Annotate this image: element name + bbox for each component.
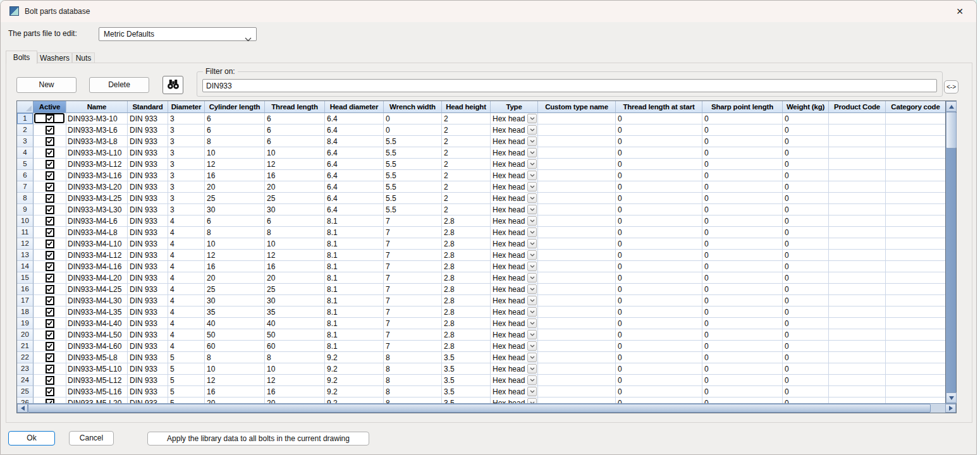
cell-head-diameter[interactable]: 9.2 bbox=[325, 363, 384, 375]
cell-head-diameter[interactable]: 8.1 bbox=[325, 295, 384, 306]
cell-cylinder-length[interactable]: 20 bbox=[205, 272, 265, 284]
cell-type[interactable]: Hex head bbox=[491, 250, 538, 261]
cell-wrench-width[interactable]: 5.5 bbox=[384, 181, 442, 193]
cell-custom-type-name[interactable] bbox=[538, 136, 616, 147]
horizontal-scrollbar-thumb[interactable] bbox=[28, 404, 931, 413]
cell-sharp-point-length[interactable]: 0 bbox=[702, 284, 783, 295]
cell-custom-type-name[interactable] bbox=[538, 375, 616, 386]
cell-thread-length[interactable]: 10 bbox=[265, 363, 325, 375]
cell-type[interactable]: Hex head bbox=[491, 363, 538, 375]
cell-head-height[interactable]: 2.8 bbox=[442, 329, 491, 341]
cell-standard[interactable]: DIN 933 bbox=[128, 318, 168, 329]
cell-type[interactable]: Hex head bbox=[491, 159, 538, 170]
cell-weight-kg-[interactable]: 0 bbox=[783, 341, 829, 352]
cell-custom-type-name[interactable] bbox=[538, 295, 616, 306]
row-number[interactable]: 6 bbox=[17, 170, 34, 181]
cell-category-code[interactable] bbox=[886, 318, 945, 329]
cell-thread-length[interactable]: 8 bbox=[265, 227, 325, 238]
cell-sharp-point-length[interactable]: 0 bbox=[702, 386, 783, 397]
cell-thread-length[interactable]: 12 bbox=[265, 375, 325, 386]
cell-custom-type-name[interactable] bbox=[538, 318, 616, 329]
cell-sharp-point-length[interactable]: 0 bbox=[702, 193, 783, 204]
cell-head-diameter[interactable]: 6.4 bbox=[325, 124, 384, 136]
cell-cylinder-length[interactable]: 40 bbox=[205, 318, 265, 329]
row-number[interactable]: 3 bbox=[17, 136, 34, 147]
cell-diameter[interactable]: 5 bbox=[168, 397, 205, 403]
cell-cylinder-length[interactable]: 10 bbox=[205, 147, 265, 159]
cell-standard[interactable]: DIN 933 bbox=[128, 227, 168, 238]
cell-wrench-width[interactable]: 5.5 bbox=[384, 204, 442, 215]
cell-diameter[interactable]: 4 bbox=[168, 272, 205, 284]
cell-thread-length[interactable]: 12 bbox=[265, 159, 325, 170]
cell-name[interactable]: DIN933-M3-L16 bbox=[66, 170, 128, 181]
cell-category-code[interactable] bbox=[886, 386, 945, 397]
cell-weight-kg-[interactable]: 0 bbox=[783, 261, 829, 272]
cell-wrench-width[interactable]: 7 bbox=[384, 272, 442, 284]
cell-type[interactable]: Hex head bbox=[491, 215, 538, 227]
cell-type[interactable]: Hex head bbox=[491, 238, 538, 250]
cell-thread-length[interactable]: 20 bbox=[265, 397, 325, 403]
cell-thread-length[interactable]: 16 bbox=[265, 170, 325, 181]
cell-wrench-width[interactable]: 7 bbox=[384, 306, 442, 318]
cell-head-diameter[interactable]: 6.4 bbox=[325, 170, 384, 181]
cell-custom-type-name[interactable] bbox=[538, 227, 616, 238]
cell-sharp-point-length[interactable]: 0 bbox=[702, 159, 783, 170]
active-checkbox[interactable] bbox=[46, 342, 54, 351]
cell-weight-kg-[interactable]: 0 bbox=[783, 375, 829, 386]
cell-sharp-point-length[interactable]: 0 bbox=[702, 250, 783, 261]
cell-weight-kg-[interactable]: 0 bbox=[783, 386, 829, 397]
cell-sharp-point-length[interactable]: 0 bbox=[702, 363, 783, 375]
cell-category-code[interactable] bbox=[886, 147, 945, 159]
type-dropdown-button[interactable] bbox=[527, 398, 537, 403]
cell-type[interactable]: Hex head bbox=[491, 113, 538, 124]
active-checkbox[interactable] bbox=[46, 205, 54, 214]
cell-type[interactable]: Hex head bbox=[491, 295, 538, 306]
row-number[interactable]: 26 bbox=[17, 397, 34, 403]
type-dropdown-button[interactable] bbox=[527, 284, 537, 294]
cell-head-diameter[interactable]: 9.2 bbox=[325, 375, 384, 386]
cell-category-code[interactable] bbox=[886, 113, 945, 124]
cell-sharp-point-length[interactable]: 0 bbox=[702, 170, 783, 181]
cell-product-code[interactable] bbox=[829, 363, 886, 375]
cell-name[interactable]: DIN933-M4-L8 bbox=[66, 227, 128, 238]
cell-thread-length[interactable]: 10 bbox=[265, 147, 325, 159]
cell-category-code[interactable] bbox=[886, 375, 945, 386]
cell-custom-type-name[interactable] bbox=[538, 215, 616, 227]
cell-cylinder-length[interactable]: 35 bbox=[205, 306, 265, 318]
type-dropdown-button[interactable] bbox=[527, 296, 537, 305]
cell-diameter[interactable]: 4 bbox=[168, 318, 205, 329]
row-number[interactable]: 22 bbox=[17, 352, 34, 363]
apply-library-data-button[interactable]: Apply the library data to all bolts in t… bbox=[147, 432, 369, 446]
cell-custom-type-name[interactable] bbox=[538, 284, 616, 295]
cell-product-code[interactable] bbox=[829, 272, 886, 284]
cell-sharp-point-length[interactable]: 0 bbox=[702, 147, 783, 159]
cell-thread-length-at-start[interactable]: 0 bbox=[616, 170, 702, 181]
row-number[interactable]: 7 bbox=[17, 181, 34, 193]
cell-custom-type-name[interactable] bbox=[538, 397, 616, 403]
cell-name[interactable]: DIN933-M4-L16 bbox=[66, 261, 128, 272]
cell-type[interactable]: Hex head bbox=[491, 284, 538, 295]
type-dropdown-button[interactable] bbox=[527, 273, 537, 282]
cell-custom-type-name[interactable] bbox=[538, 306, 616, 318]
cell-head-height[interactable]: 2 bbox=[442, 193, 491, 204]
cell-sharp-point-length[interactable]: 0 bbox=[702, 238, 783, 250]
active-checkbox[interactable] bbox=[46, 137, 54, 146]
cell-product-code[interactable] bbox=[829, 295, 886, 306]
cell-thread-length[interactable]: 25 bbox=[265, 284, 325, 295]
cell-diameter[interactable]: 3 bbox=[168, 193, 205, 204]
filter-input[interactable] bbox=[202, 79, 937, 92]
cell-type[interactable]: Hex head bbox=[491, 170, 538, 181]
cell-thread-length-at-start[interactable]: 0 bbox=[616, 227, 702, 238]
cell-standard[interactable]: DIN 933 bbox=[128, 170, 168, 181]
column-header-standard[interactable]: Standard bbox=[128, 101, 168, 113]
cell-thread-length[interactable]: 35 bbox=[265, 306, 325, 318]
cell-standard[interactable]: DIN 933 bbox=[128, 261, 168, 272]
cell-weight-kg-[interactable]: 0 bbox=[783, 329, 829, 341]
column-header-thread-length-at-start[interactable]: Thread length at start bbox=[616, 101, 702, 113]
cell-weight-kg-[interactable]: 0 bbox=[783, 124, 829, 136]
filter-expand-button[interactable]: <-> bbox=[944, 80, 959, 94]
cell-category-code[interactable] bbox=[886, 215, 945, 227]
cell-thread-length-at-start[interactable]: 0 bbox=[616, 386, 702, 397]
select-all-corner[interactable] bbox=[17, 101, 34, 113]
column-header-weight-kg-[interactable]: Weight (kg) bbox=[783, 101, 829, 113]
